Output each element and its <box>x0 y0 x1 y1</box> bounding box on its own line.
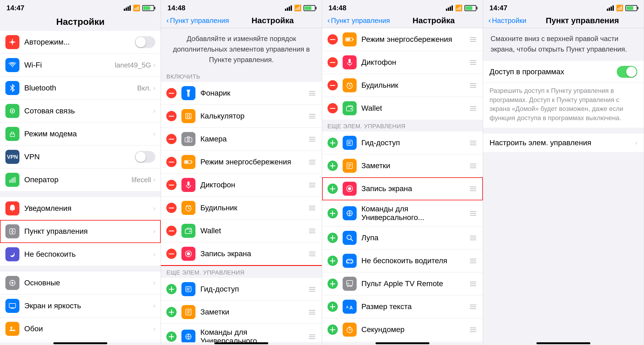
list-item[interactable]: Звуки, тактильные сигналы › <box>0 340 161 342</box>
list-item[interactable]: Оператор lifecell › <box>0 168 161 191</box>
list-item[interactable]: Экран и яркость › <box>0 295 161 317</box>
drag-handle[interactable] <box>469 105 477 112</box>
drag-handle[interactable] <box>469 82 477 89</box>
drag-handle[interactable] <box>469 326 477 333</box>
drag-handle[interactable] <box>469 303 477 310</box>
remove-battery-btn[interactable] <box>166 157 177 167</box>
list-item[interactable]: Bluetooth Вкл. › <box>0 77 161 100</box>
remove-record-btn[interactable] <box>166 249 177 259</box>
drag-handle[interactable] <box>469 140 477 146</box>
list-item[interactable]: Команды для Универсального... <box>322 200 483 226</box>
back-button-3[interactable]: ‹ Пункт управления <box>328 16 390 25</box>
cellular-chevron: › <box>153 107 155 115</box>
drag-handle[interactable] <box>469 235 477 241</box>
list-item[interactable]: Уведомления › <box>0 197 161 220</box>
svg-rect-19 <box>189 116 190 117</box>
drag-handle[interactable] <box>308 159 316 165</box>
list-item[interactable]: Фонарик <box>161 82 322 105</box>
list-item[interactable]: tv Пульт Apple TV Remote <box>322 272 483 295</box>
remove-battery-btn-2[interactable] <box>328 34 338 45</box>
list-item[interactable]: Заметки <box>322 154 483 177</box>
drag-handle[interactable] <box>308 182 316 188</box>
remove-alarm-btn-2[interactable] <box>328 80 338 90</box>
back-button-2[interactable]: ‹ Пункт управления <box>166 16 229 25</box>
drag-handle[interactable] <box>308 90 316 97</box>
list-item[interactable]: AA Размер текста <box>322 295 483 318</box>
list-item[interactable]: Wallet <box>161 219 322 242</box>
list-item[interactable]: Команды для Универсального... <box>161 324 322 342</box>
drag-handle[interactable] <box>308 205 316 211</box>
list-item[interactable]: VPN VPN <box>0 146 161 168</box>
drag-handle[interactable] <box>469 163 477 169</box>
vpn-toggle[interactable] <box>135 151 155 163</box>
list-item[interactable]: Режим энергосбережения <box>161 151 322 174</box>
add-textsize-btn[interactable] <box>328 302 338 312</box>
add-guide-btn-2[interactable] <box>328 138 338 148</box>
drag-handle[interactable] <box>469 59 477 66</box>
configure-row[interactable]: Настроить элем. управления › <box>483 134 644 152</box>
drag-handle[interactable] <box>308 333 316 340</box>
add-universal-btn-2[interactable] <box>328 208 338 218</box>
remove-mic-btn-2[interactable] <box>328 57 338 67</box>
list-item[interactable]: Авторежим... <box>0 31 161 54</box>
list-item[interactable]: Режим энергосбережения <box>322 28 483 51</box>
access-row[interactable]: Доступ в программах <box>483 61 644 83</box>
list-item[interactable]: Гид-доступ <box>322 131 483 154</box>
list-item[interactable]: Обои › <box>0 317 161 340</box>
back-button-4[interactable]: ‹ Настройки <box>488 16 526 25</box>
list-item[interactable]: Режим модема › <box>0 123 161 146</box>
list-item[interactable]: Wallet <box>322 97 483 120</box>
drag-handle[interactable] <box>469 258 477 264</box>
list-item[interactable]: Диктофон <box>161 174 322 197</box>
include-section-label: ВКЛЮЧИТЬ <box>161 70 322 82</box>
remove-wallet-btn[interactable] <box>166 226 177 236</box>
list-item[interactable]: Лупа <box>322 226 483 249</box>
vpn-icon: VPN <box>5 150 19 164</box>
add-stopwatch-btn[interactable] <box>328 324 338 335</box>
automode-toggle[interactable] <box>135 36 155 48</box>
automode-label: Авторежим... <box>24 38 135 46</box>
add-notes-btn-2[interactable] <box>328 161 338 171</box>
list-item[interactable]: Пункт управления › <box>0 220 161 243</box>
add-universal-btn[interactable] <box>166 332 177 342</box>
list-item[interactable]: Не беспокоить › <box>0 243 161 266</box>
list-item[interactable]: Диктофон <box>322 51 483 74</box>
drag-handle[interactable] <box>469 210 477 217</box>
drag-handle[interactable] <box>308 228 316 234</box>
list-item[interactable]: Запись экрана <box>161 242 322 266</box>
list-item[interactable]: Основные › <box>0 272 161 295</box>
list-item[interactable]: Не беспокоить водителя <box>322 249 483 272</box>
list-item[interactable]: Будильник <box>322 74 483 97</box>
drag-handle[interactable] <box>469 36 477 43</box>
drag-handle[interactable] <box>308 113 316 120</box>
remove-calc-btn[interactable] <box>166 111 177 121</box>
list-item[interactable]: Секундомер <box>322 318 483 341</box>
list-item[interactable]: Заметки <box>161 301 322 324</box>
drag-handle[interactable] <box>308 309 316 316</box>
add-magnifier-btn[interactable] <box>328 233 338 243</box>
drag-handle[interactable] <box>469 280 477 287</box>
include-section-2: Режим энергосбережения Диктофон Будильни… <box>322 28 483 120</box>
list-item[interactable]: Гид-доступ <box>161 278 322 301</box>
drag-handle[interactable] <box>308 251 316 257</box>
remove-wallet-btn-2[interactable] <box>328 103 338 113</box>
remove-flashlight-btn[interactable] <box>166 88 177 98</box>
add-notes-btn[interactable] <box>166 307 177 317</box>
drag-handle[interactable] <box>308 286 316 293</box>
list-item[interactable]: Сотовая связь › <box>0 100 161 123</box>
remove-alarm-btn[interactable] <box>166 203 177 213</box>
add-tv-btn[interactable] <box>328 279 338 289</box>
drag-handle[interactable] <box>308 136 316 143</box>
list-item[interactable]: Wi-Fi lanet49_5G › <box>0 54 161 77</box>
list-item[interactable]: Будильник <box>161 197 322 219</box>
remove-camera-btn[interactable] <box>166 134 177 144</box>
add-record-btn[interactable] <box>328 184 338 194</box>
remove-mic-btn[interactable] <box>166 180 177 190</box>
list-item[interactable]: Камера <box>161 128 322 151</box>
list-item[interactable]: Калькулятор <box>161 105 322 128</box>
list-item[interactable]: Запись экрана <box>322 177 483 200</box>
access-toggle[interactable] <box>617 66 637 78</box>
drag-handle[interactable] <box>469 185 477 192</box>
add-driving-btn[interactable] <box>328 256 338 266</box>
add-guide-btn[interactable] <box>166 284 177 294</box>
